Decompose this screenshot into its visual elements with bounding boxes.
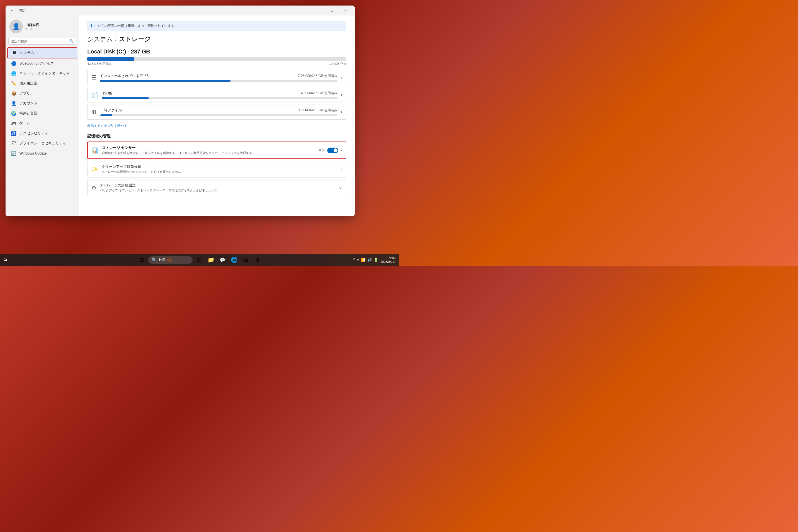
advanced-item[interactable]: ⚙ ストレージの詳細設定 バックアップ オプション、ストレージ スペース、その他…	[87, 179, 346, 196]
storage-sensor-right: オン ›	[318, 148, 342, 153]
personalization-icon: ✏️	[11, 81, 17, 86]
settings-taskbar[interactable]: ⚙	[253, 255, 262, 265]
storage-bar-bg	[87, 57, 346, 61]
sidebar-label-gaming: ゲーム	[19, 121, 30, 126]
storage-sensor-item[interactable]: 📊 ストレージ センサー 自動的に空き領域を増やす、一時ファイルを削除する、ロー…	[87, 141, 346, 159]
storage-item-apps-name: インストールされているアプリ	[100, 73, 150, 78]
sidebar-label-accessibility: アクセシビリティ	[19, 131, 48, 136]
temp-storage-icon: 🗑	[91, 109, 97, 115]
search-box[interactable]: 🔍	[8, 38, 76, 44]
taskbar-search-bag-icon: 💼	[167, 257, 173, 263]
sidebar-label-personalization: 個人用設定	[19, 81, 37, 86]
advanced-icon: ⚙	[91, 185, 96, 191]
sidebar-item-windows-update[interactable]: 🔄 Windows Update	[7, 148, 77, 158]
storage-sensor-toggle[interactable]	[327, 148, 338, 153]
teams-taskbar[interactable]: 💬	[218, 255, 227, 265]
cleanup-chevron-icon: ›	[341, 167, 342, 172]
sidebar-label-apps: アプリ	[19, 91, 30, 96]
title-bar-controls: ← 設定	[9, 7, 25, 14]
start-button[interactable]: ⊞	[136, 255, 147, 265]
breadcrumb-parent[interactable]: システム	[87, 35, 113, 43]
disk-free-label: 194 GB 空き	[329, 62, 346, 66]
time-icon: 🌍	[11, 111, 17, 116]
date-display: 2023/08/17	[381, 260, 396, 263]
memory-section-header: 記憶域の管理	[87, 134, 346, 139]
storage-item-apps-size: 7.76 GB/42.5 GB 使用済み	[298, 74, 337, 78]
sidebar-item-personalization[interactable]: ✏️ 個人用設定	[7, 78, 77, 88]
gaming-icon: 🎮	[11, 120, 17, 126]
search-taskbar[interactable]: 🔍 検索 💼	[148, 256, 192, 264]
profile-name: 山口大石	[25, 23, 41, 27]
storage-item-other-fill	[102, 97, 149, 99]
maximize-button[interactable]: □	[326, 5, 339, 16]
browser-taskbar[interactable]: 🌐	[229, 255, 239, 265]
sidebar-label-bluetooth: Bluetooth とデバイス	[19, 61, 54, 66]
storage-item-other-body: その他 1.48 GB/42.5 GB 使用済み	[102, 91, 337, 99]
store-taskbar[interactable]: 🛍	[241, 255, 251, 265]
close-button[interactable]: ✕	[339, 5, 351, 16]
title-bar: ← 設定 — □ ✕	[5, 5, 355, 16]
disk-used-label: 42.5 GB 使用済み	[87, 62, 111, 66]
apps-chevron-icon: ›	[341, 75, 342, 80]
sidebar-item-accessibility[interactable]: ♿ アクセシビリティ	[7, 128, 77, 138]
avatar: 👤	[10, 20, 23, 33]
sidebar-label-network: ネットワークとインターネット	[19, 71, 70, 76]
storage-sensor-name: ストレージ センサー	[102, 146, 318, 150]
storage-item-temp-body: 一時ファイル 153 MB/42.5 GB 使用済み	[100, 108, 337, 116]
sidebar-item-time[interactable]: 🌍 時刻と言語	[7, 108, 77, 118]
sidebar-item-network[interactable]: 🌐 ネットワークとインターネット	[7, 69, 77, 78]
cleanup-desc: ストレージは最適化されています。対処は必要ありません	[102, 170, 341, 174]
storage-item-temp-fill	[100, 114, 112, 116]
weather-icon[interactable]: 🌤	[3, 258, 7, 262]
sidebar-item-system[interactable]: 🖥 システム	[7, 48, 77, 58]
apps-icon: 📦	[11, 91, 17, 96]
breadcrumb: システム › ストレージ	[87, 35, 346, 43]
accounts-icon: 👤	[11, 100, 17, 106]
storage-item-apps[interactable]: ☰ インストールされているアプリ 7.76 GB/42.5 GB 使用済み ›	[87, 70, 346, 85]
minimize-button[interactable]: —	[313, 5, 326, 16]
toggle-label: オン	[318, 148, 325, 153]
system-icon: 🖥	[12, 50, 17, 56]
sidebar-item-accounts[interactable]: 👤 アカウント	[7, 98, 77, 108]
caret-icon[interactable]: ^	[353, 258, 355, 262]
advanced-name: ストレージの詳細設定	[100, 183, 339, 188]
bluetooth-icon: 🔵	[11, 61, 17, 66]
search-input[interactable]	[11, 39, 68, 43]
profile-section: 👤 山口大石 h·····b·····.·····	[5, 18, 79, 38]
advanced-chevron-icon: ∨	[339, 185, 342, 190]
windows-update-icon: 🔄	[11, 150, 17, 156]
info-icon: ℹ	[91, 23, 92, 28]
window-controls: — □ ✕	[313, 5, 351, 16]
sidebar-item-bluetooth[interactable]: 🔵 Bluetooth とデバイス	[7, 58, 77, 69]
cleanup-icon: ✨	[91, 166, 98, 173]
storage-item-apps-body: インストールされているアプリ 7.76 GB/42.5 GB 使用済み	[100, 73, 337, 82]
sidebar-label-accounts: アカウント	[19, 101, 37, 106]
advanced-desc: バックアップ オプション、ストレージ スペース、その他のディスクおよびボリューム	[100, 188, 339, 192]
storage-item-temp-size: 153 MB/42.5 GB 使用済み	[299, 108, 337, 113]
cleanup-name: クリーンアップ対象候補	[102, 164, 341, 169]
cleanup-item[interactable]: ✨ クリーンアップ対象候補 ストレージは最適化されています。対処は必要ありません…	[87, 160, 346, 177]
sidebar-item-apps[interactable]: 📦 アプリ	[7, 88, 77, 98]
content-area: 👤 山口大石 h·····b·····.····· 🔍 🖥 システム 🔵 Blu…	[5, 16, 355, 216]
back-button[interactable]: ←	[9, 7, 16, 14]
battery-icon[interactable]: 🔋	[373, 258, 378, 262]
file-explorer-taskbar[interactable]: 📁	[206, 255, 216, 265]
sidebar-item-gaming[interactable]: 🎮 ゲーム	[7, 118, 77, 128]
profile-info: 山口大石 h·····b·····.·····	[25, 23, 41, 31]
sidebar-item-privacy[interactable]: 🛡 プライバシーとセキュリティ	[7, 138, 77, 148]
taskbar-time[interactable]: 9:06 2023/08/17	[381, 256, 396, 263]
wifi-icon[interactable]: 📶	[361, 258, 366, 262]
storage-item-other[interactable]: 📄 その他 1.48 GB/42.5 GB 使用済み ›	[87, 87, 346, 102]
storage-item-temp-name: 一時ファイル	[100, 108, 122, 113]
font-icon[interactable]: A	[357, 258, 359, 262]
storage-item-temp[interactable]: 🗑 一時ファイル 153 MB/42.5 GB 使用済み ›	[87, 104, 346, 120]
other-storage-icon: 📄	[91, 91, 98, 98]
apps-storage-icon: ☰	[91, 74, 96, 81]
show-more-link[interactable]: 表示するカテゴリを増やす	[87, 124, 127, 128]
settings-window: ← 設定 — □ ✕ 👤 山口大石 h·····b·····.····· 🔍	[5, 5, 355, 216]
volume-icon[interactable]: 🔊	[367, 258, 372, 262]
main-content: ℹ これらの設定の一部は組織によって管理されています。 システム › ストレージ…	[79, 16, 355, 216]
info-banner-text: これらの設定の一部は組織によって管理されています。	[94, 23, 178, 28]
sys-icons: ^ A 📶 🔊 🔋	[353, 258, 378, 262]
task-view-button[interactable]: ⧉	[194, 255, 204, 265]
